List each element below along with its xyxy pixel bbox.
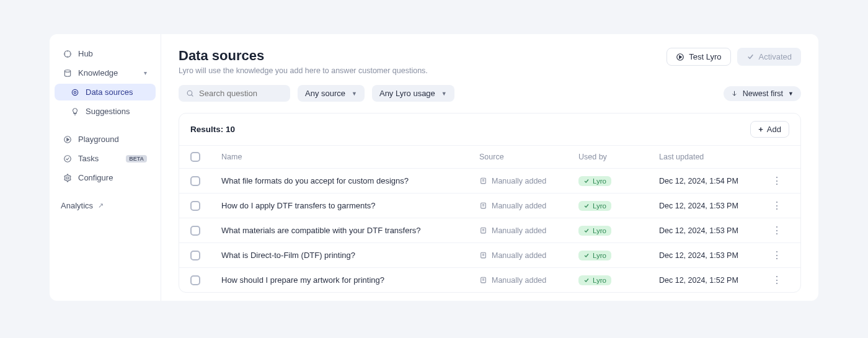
col-source: Source	[479, 153, 578, 161]
arrow-down-icon	[731, 90, 738, 97]
sidebar-item-hub[interactable]: Hub	[55, 45, 156, 62]
row-used-by: Lyro	[578, 176, 659, 186]
sidebar-link-analytics[interactable]: Analytics ↗	[50, 197, 161, 214]
row-updated: Dec 12, 2024, 1:53 PM	[659, 226, 764, 235]
test-lyro-label: Test Lyro	[689, 52, 721, 61]
sidebar-label-configure: Configure	[78, 173, 113, 182]
sort-dropdown[interactable]: Newest first ▼	[724, 86, 801, 101]
lyro-tag: Lyro	[578, 275, 611, 285]
note-icon	[479, 276, 487, 284]
table-row[interactable]: How do I apply DTF transfers to garments…	[179, 193, 800, 218]
row-updated: Dec 12, 2024, 1:54 PM	[659, 177, 764, 185]
row-menu-button[interactable]: ⋮	[764, 249, 789, 261]
check-icon	[583, 178, 590, 184]
filter-source[interactable]: Any source ▼	[298, 85, 365, 102]
lightbulb-icon	[71, 107, 79, 116]
sidebar-item-knowledge[interactable]: Knowledge ▾	[55, 64, 156, 81]
sidebar-label-tasks: Tasks	[78, 154, 99, 163]
row-name: How should I prepare my artwork for prin…	[221, 275, 479, 285]
plus-icon: +	[758, 125, 763, 134]
sidebar-label-hub: Hub	[78, 49, 93, 58]
lyro-tag: Lyro	[578, 201, 611, 211]
row-name: What file formats do you accept for cust…	[221, 176, 479, 185]
check-icon	[746, 53, 755, 61]
caret-down-icon: ▼	[788, 91, 794, 97]
hub-icon	[63, 50, 72, 58]
row-updated: Dec 12, 2024, 1:53 PM	[659, 202, 764, 210]
col-updated: Last updated	[659, 153, 764, 161]
lyro-tag: Lyro	[578, 226, 611, 236]
note-icon	[479, 202, 487, 210]
col-used-by: Used by	[578, 153, 659, 161]
main-panel: Data sources Lyro will use the knowledge…	[161, 34, 818, 301]
row-checkbox[interactable]	[190, 176, 200, 186]
sidebar-item-suggestions[interactable]: Suggestions	[55, 103, 156, 120]
svg-point-2	[72, 89, 78, 95]
sidebar: Hub Knowledge ▾ Data sources Suggestions	[50, 34, 161, 301]
play-circle-icon	[676, 53, 684, 61]
test-lyro-button[interactable]: Test Lyro	[666, 48, 730, 66]
table-row[interactable]: What materials are compatible with your …	[179, 218, 800, 242]
sidebar-item-data-sources[interactable]: Data sources	[55, 84, 156, 100]
note-icon	[479, 251, 487, 259]
sort-label: Newest first	[743, 89, 783, 98]
select-all-checkbox[interactable]	[190, 152, 200, 162]
add-label: Add	[767, 125, 781, 134]
chevron-down-icon: ▾	[144, 69, 147, 76]
results-card: Results: 10 + Add Name Source Used by La…	[179, 113, 801, 293]
filter-source-label: Any source	[305, 89, 345, 98]
lyro-tag: Lyro	[578, 176, 611, 186]
svg-point-6	[66, 177, 69, 179]
row-source: Manually added	[479, 177, 578, 185]
row-source: Manually added	[479, 251, 578, 260]
svg-point-3	[74, 91, 76, 94]
row-checkbox[interactable]	[190, 201, 200, 211]
external-link-icon: ↗	[98, 202, 104, 210]
row-menu-button[interactable]: ⋮	[764, 175, 789, 187]
sidebar-item-tasks[interactable]: Tasks BETA	[55, 150, 156, 167]
table-row[interactable]: What file formats do you accept for cust…	[179, 168, 800, 193]
filter-usage-label: Any Lyro usage	[379, 89, 435, 98]
page-title: Data sources	[179, 48, 428, 64]
check-icon	[583, 203, 590, 209]
target-icon	[71, 88, 79, 97]
note-icon	[479, 177, 487, 185]
row-checkbox[interactable]	[190, 251, 200, 260]
sidebar-label-playground: Playground	[78, 135, 119, 144]
database-icon	[63, 69, 72, 78]
sidebar-item-playground[interactable]: Playground	[55, 131, 156, 148]
sidebar-item-configure[interactable]: Configure	[55, 169, 156, 186]
table-row[interactable]: What is Direct-to-Film (DTF) printing? M…	[179, 242, 800, 267]
add-button[interactable]: + Add	[750, 121, 789, 138]
search-input[interactable]	[199, 89, 283, 98]
row-updated: Dec 12, 2024, 1:53 PM	[659, 251, 764, 260]
row-source: Manually added	[479, 202, 578, 210]
activated-status: Activated	[737, 48, 801, 66]
row-menu-button[interactable]: ⋮	[764, 200, 789, 211]
row-name: How do I apply DTF transfers to garments…	[221, 201, 479, 210]
note-icon	[479, 226, 487, 234]
row-used-by: Lyro	[578, 275, 659, 285]
page-subtitle: Lyro will use the knowledge you add here…	[179, 66, 428, 75]
check-icon	[583, 228, 590, 234]
row-updated: Dec 12, 2024, 1:52 PM	[659, 276, 764, 285]
filter-usage[interactable]: Any Lyro usage ▼	[372, 85, 454, 102]
results-count: Results: 10	[190, 125, 235, 134]
row-source: Manually added	[479, 276, 578, 285]
svg-point-5	[64, 155, 71, 162]
sidebar-label-analytics: Analytics	[61, 201, 93, 210]
table-row[interactable]: How should I prepare my artwork for prin…	[179, 267, 800, 292]
beta-badge: BETA	[126, 155, 147, 162]
row-menu-button[interactable]: ⋮	[764, 225, 789, 236]
lyro-tag: Lyro	[578, 251, 611, 260]
row-checkbox[interactable]	[190, 226, 200, 236]
row-used-by: Lyro	[578, 251, 659, 260]
search-icon	[186, 89, 194, 97]
row-name: What is Direct-to-Film (DTF) printing?	[221, 251, 479, 260]
check-icon	[583, 277, 590, 283]
sidebar-label-data-sources: Data sources	[86, 87, 133, 97]
play-icon	[63, 135, 72, 144]
row-menu-button[interactable]: ⋮	[764, 274, 789, 286]
row-checkbox[interactable]	[190, 275, 200, 285]
search-input-wrap[interactable]	[179, 85, 290, 102]
